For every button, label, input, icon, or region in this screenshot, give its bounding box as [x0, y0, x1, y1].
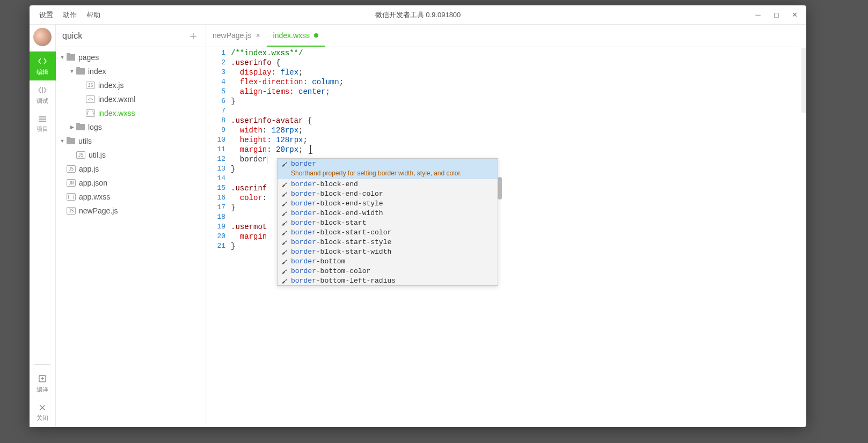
- file-icon: JS: [86, 82, 95, 89]
- autocomplete-label: border-bottom-color: [291, 267, 370, 275]
- maximize-button[interactable]: ◻: [771, 10, 782, 20]
- code-line[interactable]: display: flex;: [231, 68, 806, 77]
- rail-compile[interactable]: 编译: [30, 369, 56, 398]
- rail-compile-label: 编译: [37, 386, 48, 394]
- code-line[interactable]: width: 128rpx;: [231, 125, 806, 135]
- avatar[interactable]: [33, 28, 52, 46]
- autocomplete-item[interactable]: border-block-start-color: [278, 227, 498, 237]
- file-panel: quick ＋ ▼pages▼index▶JSindex.js▶<>index.…: [56, 25, 206, 427]
- code-line[interactable]: [231, 106, 806, 116]
- file-tree[interactable]: ▼pages▼index▶JSindex.js▶<>index.wxml▶{ }…: [56, 47, 206, 427]
- wrench-icon: [281, 190, 288, 197]
- wrench-icon: [281, 268, 288, 275]
- wrench-icon: [281, 200, 288, 207]
- menu-action[interactable]: 动作: [63, 10, 77, 20]
- code-line[interactable]: margin: 20rpx;: [231, 145, 806, 154]
- tree-label: utils: [78, 137, 92, 145]
- titlebar: 设置 动作 帮助 微信开发者工具 0.9.091800 ─ ◻ ✕: [30, 5, 806, 25]
- code-line[interactable]: align-items: center;: [231, 87, 806, 97]
- autocomplete-scrollbar[interactable]: [498, 177, 502, 200]
- rail-project[interactable]: 项目: [30, 109, 56, 138]
- tree-label: app.js: [79, 165, 99, 173]
- rail-edit[interactable]: 编辑: [30, 51, 56, 80]
- tab-index.wxss[interactable]: index.wxss: [267, 25, 325, 47]
- tree-label: newPage.js: [79, 206, 118, 215]
- autocomplete-item[interactable]: border-block-end: [278, 179, 498, 189]
- code-line[interactable]: flex-direction: column;: [231, 77, 806, 87]
- autocomplete-item[interactable]: border-block-end-style: [278, 198, 498, 208]
- autocomplete-label: border-block-end-width: [291, 209, 383, 217]
- autocomplete-label: border-bottom-left-radius: [291, 277, 396, 285]
- twisty-icon: ▼: [59, 138, 65, 144]
- file-index.js[interactable]: ▶JSindex.js: [56, 78, 206, 92]
- minimap[interactable]: [799, 47, 806, 427]
- file-icon: JS: [67, 165, 76, 173]
- autocomplete-label: border-block-start-width: [291, 248, 391, 256]
- rail-edit-label: 编辑: [37, 68, 48, 76]
- folder-icon: [67, 54, 75, 61]
- file-app.json[interactable]: ▶JNapp.json: [56, 176, 206, 190]
- code-line[interactable]: .userinfo {: [231, 58, 806, 68]
- folder-utils[interactable]: ▼utils: [56, 134, 206, 148]
- wrench-icon: [281, 258, 288, 265]
- autocomplete-description: Shorthand property for setting border wi…: [278, 168, 498, 179]
- autocomplete-label: border-bottom: [291, 257, 345, 265]
- text-cursor: [310, 145, 311, 153]
- file-util.js[interactable]: ▶JSutil.js: [56, 148, 206, 162]
- code-line[interactable]: }: [231, 97, 806, 106]
- add-file-button[interactable]: ＋: [187, 28, 199, 44]
- file-icon: JS: [67, 207, 76, 215]
- code-line[interactable]: /**index.wxss**/: [231, 48, 806, 58]
- compile-icon: [38, 374, 47, 383]
- autocomplete-item[interactable]: border-block-start-style: [278, 237, 498, 247]
- rail-close[interactable]: 关闭: [30, 398, 56, 427]
- code-line[interactable]: .userinfo-avatar {: [231, 116, 806, 125]
- file-app.js[interactable]: ▶JSapp.js: [56, 162, 206, 176]
- tab-close-icon[interactable]: ×: [256, 31, 260, 40]
- tree-label: logs: [88, 123, 102, 131]
- autocomplete-item[interactable]: border-block-end-width: [278, 208, 498, 218]
- window-controls: ─ ◻ ✕: [753, 10, 806, 20]
- wrench-icon: [281, 248, 288, 255]
- wrench-icon: [281, 181, 288, 188]
- rail-debug[interactable]: 调试: [30, 80, 56, 109]
- autocomplete-label: border-block-start-color: [291, 228, 391, 237]
- wrench-icon: [281, 160, 288, 167]
- autocomplete-label: border-block-end: [291, 180, 358, 188]
- autocomplete-popup[interactable]: borderShorthand property for setting bor…: [277, 158, 498, 286]
- modified-indicator-icon: [314, 33, 318, 38]
- minimize-button[interactable]: ─: [753, 10, 763, 20]
- autocomplete-label: border-block-end-style: [291, 200, 383, 208]
- wrench-icon: [281, 239, 288, 246]
- file-newPage.js[interactable]: ▶JSnewPage.js: [56, 204, 206, 218]
- tab-newPage.js[interactable]: newPage.js×: [206, 25, 267, 47]
- autocomplete-item[interactable]: border-bottom-left-radius: [278, 276, 498, 285]
- twisty-icon: ▼: [69, 69, 75, 74]
- tree-label: index.wxml: [98, 95, 135, 104]
- autocomplete-item[interactable]: border-bottom: [278, 256, 498, 266]
- rail-debug-label: 调试: [37, 97, 48, 105]
- file-app.wxss[interactable]: ▶{ }app.wxss: [56, 190, 206, 204]
- wrench-icon: [281, 210, 288, 217]
- file-index.wxss[interactable]: ▶{ }index.wxss: [56, 106, 206, 120]
- close-window-button[interactable]: ✕: [789, 10, 800, 20]
- rail-close-label: 关闭: [37, 414, 48, 422]
- autocomplete-item[interactable]: border-bottom-color: [278, 266, 498, 276]
- autocomplete-item[interactable]: border-block-start-width: [278, 247, 498, 256]
- autocomplete-item[interactable]: border-block-end-color: [278, 189, 498, 198]
- file-index.wxml[interactable]: ▶<>index.wxml: [56, 92, 206, 106]
- tree-label: pages: [78, 53, 99, 62]
- folder-logs[interactable]: ▶logs: [56, 120, 206, 134]
- autocomplete-item[interactable]: border: [278, 159, 498, 168]
- window-title: 微信开发者工具 0.9.091800: [375, 10, 461, 20]
- menu-settings[interactable]: 设置: [39, 10, 53, 20]
- folder-pages[interactable]: ▼pages: [56, 50, 206, 64]
- tree-label: index: [88, 67, 106, 76]
- folder-index[interactable]: ▼index: [56, 64, 206, 78]
- folder-icon: [76, 124, 85, 130]
- menu-help[interactable]: 帮助: [86, 10, 100, 20]
- autocomplete-item[interactable]: border-block-start: [278, 218, 498, 227]
- wrench-icon: [281, 277, 288, 284]
- code-line[interactable]: height: 128rpx;: [231, 135, 806, 145]
- file-icon: <>: [86, 95, 95, 103]
